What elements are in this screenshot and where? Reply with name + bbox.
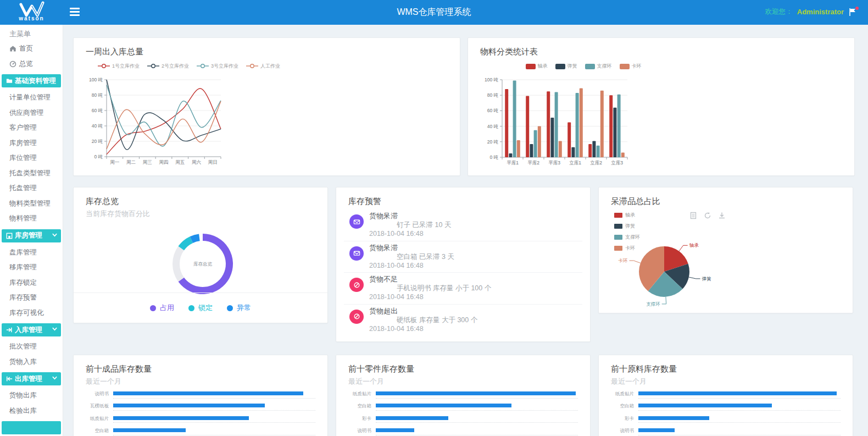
- envelope-icon: [349, 214, 364, 229]
- alert-desc: 硬纸板 库存量 大于 300 个: [397, 316, 477, 325]
- pie-callout-label-轴承: 轴承: [689, 242, 699, 248]
- alert-item-货物呆滞[interactable]: 货物呆滞空白箱 已呆滞 3 天2018-10-04 16:48: [344, 241, 582, 273]
- sidebar-group-partial[interactable]: [2, 421, 61, 434]
- card-top-finished: 前十成品库存数量 最近一个月 说明书瓦楞纸板纸质贴片空白箱: [73, 355, 328, 436]
- sidebar-item-货物入库[interactable]: 货物入库: [0, 355, 63, 370]
- data-view-icon[interactable]: [689, 212, 697, 219]
- sidebar-item-label: 库存预警: [9, 293, 37, 302]
- svg-text:80 吨: 80 吨: [487, 92, 499, 98]
- hbar-bar[interactable]: [638, 391, 837, 395]
- warehouse-icon: [6, 233, 13, 239]
- card-subtitle-top-raw: 最近一个月: [599, 374, 853, 387]
- sidebar-item-总览[interactable]: 总览: [0, 57, 63, 72]
- hbar-bar[interactable]: [376, 428, 414, 432]
- hbar-track: [113, 404, 315, 407]
- pie-legend-item-弹簧[interactable]: 弹簧: [614, 223, 640, 230]
- refresh-icon[interactable]: [704, 212, 711, 219]
- sidebar-group-基础资料管理[interactable]: 基础资料管理: [2, 74, 61, 87]
- pie-legend-marker: [614, 213, 622, 218]
- alert-item-货物呆滞[interactable]: 货物呆滞钉子 已呆滞 10 天2018-10-04 16:48: [344, 209, 582, 241]
- hbar-bar[interactable]: [376, 391, 576, 395]
- sidebar-item-客户管理[interactable]: 客户管理: [0, 120, 63, 136]
- alert-item-货物不足[interactable]: 货物不足手机说明书 库存量 小于 100 个2018-10-04 16:48: [344, 273, 582, 305]
- sidebar-item-移库管理[interactable]: 移库管理: [0, 260, 63, 275]
- sidebar-group-入库管理[interactable]: 入库管理: [2, 323, 61, 336]
- download-icon[interactable]: [718, 212, 726, 219]
- hbar-bar[interactable]: [113, 404, 265, 407]
- sidebar-item-盘库管理[interactable]: 盘库管理: [0, 245, 63, 261]
- sidebar-item-托盘类型管理[interactable]: 托盘类型管理: [0, 166, 63, 181]
- alert-timestamp: 2018-10-04 16:48: [369, 325, 424, 333]
- hbar-bar[interactable]: [113, 416, 249, 420]
- hbar-bar[interactable]: [638, 404, 772, 407]
- legend-item-2号立库作业[interactable]: 2号立库作业: [147, 63, 189, 70]
- legend-item-3号立库作业[interactable]: 3号立库作业: [197, 63, 238, 70]
- card-subtitle-top-parts: 最近一个月: [336, 374, 590, 387]
- sidebar-item-库存预警[interactable]: 库存预警: [0, 290, 63, 306]
- legend-item-1号立库作业[interactable]: 1号立库作业: [98, 63, 140, 70]
- pie-legend-item-轴承[interactable]: 轴承: [614, 212, 640, 219]
- sidebar-item-批次管理[interactable]: 批次管理: [0, 339, 63, 355]
- sidebar-group-库房管理[interactable]: 库房管理: [2, 229, 61, 242]
- legend-item-人工作业[interactable]: 人工作业: [246, 63, 280, 70]
- hbar-chart-raw: 纸质贴片空白箱彩卡说明书: [599, 389, 853, 436]
- donut-legend-item-锁定[interactable]: 锁定: [188, 303, 213, 313]
- donut-legend-item-占用[interactable]: 占用: [150, 303, 174, 313]
- alert-item-货物超出[interactable]: 货物超出硬纸板 库存量 大于 300 个2018-10-04 16:48: [344, 305, 582, 336]
- sidebar-item-计量单位管理[interactable]: 计量单位管理: [0, 90, 63, 106]
- hbar-label: 说明书: [76, 391, 109, 398]
- sidebar-group-label: 出库管理: [15, 374, 42, 384]
- sidebar-item-物料类型管理[interactable]: 物料类型管理: [0, 196, 63, 212]
- hbar-bar[interactable]: [638, 428, 675, 432]
- donut-legend-item-异常[interactable]: 异常: [227, 303, 251, 313]
- pie-legend-item-卡环[interactable]: 卡环: [614, 245, 640, 252]
- pie-legend-label: 卡环: [625, 245, 635, 252]
- outbound-icon: [6, 376, 13, 382]
- hbar-gridline: [113, 435, 315, 435]
- sidebar-item-label: 盘库管理: [9, 248, 37, 257]
- hbar-bar[interactable]: [638, 416, 709, 420]
- hbar-label: 说明书: [601, 428, 634, 434]
- card-title-material: 物料分类统计表: [468, 38, 854, 57]
- hbar-bar[interactable]: [376, 404, 511, 407]
- sidebar-item-物料管理[interactable]: 物料管理: [0, 211, 63, 227]
- svg-text:20 吨: 20 吨: [487, 139, 499, 145]
- pie-callout-label-弹簧: 弹簧: [702, 276, 712, 282]
- legend-item-卡环[interactable]: 卡环: [620, 63, 642, 70]
- legend-item-轴承[interactable]: 轴承: [526, 63, 548, 70]
- sidebar-item-检验出库[interactable]: 检验出库: [0, 404, 63, 419]
- hbar-bar[interactable]: [113, 428, 186, 432]
- sidebar-group-label: 库房管理: [15, 231, 42, 240]
- donut-legend-label: 异常: [237, 303, 251, 313]
- alert-timestamp: 2018-10-04 16:48: [369, 262, 424, 269]
- card-inventory-alerts: 库存预警 货物呆滞钉子 已呆滞 10 天2018-10-04 16:48货物呆滞…: [336, 187, 591, 342]
- username[interactable]: Administrator: [797, 8, 844, 16]
- welcome-label: 欢迎您：: [765, 7, 793, 16]
- sidebar-item-库位管理[interactable]: 库位管理: [0, 151, 63, 166]
- sidebar-item-托盘管理[interactable]: 托盘管理: [0, 181, 63, 196]
- alert-desc: 空白箱 已呆滞 3 天: [397, 252, 454, 262]
- svg-text:0 吨: 0 吨: [94, 154, 103, 159]
- sidebar-item-label: 库存可视化: [9, 308, 44, 318]
- pie-slice-弹簧: [664, 264, 689, 289]
- svg-text:周一: 周一: [110, 159, 119, 165]
- sidebar-group-出库管理[interactable]: 出库管理: [2, 372, 61, 385]
- notification-flag-icon[interactable]: [848, 8, 858, 16]
- legend-item-弹簧[interactable]: 弹簧: [555, 63, 577, 70]
- hbar-track: [638, 404, 841, 407]
- home-icon: [9, 45, 16, 52]
- hbar-bar[interactable]: [113, 391, 303, 395]
- sidebar-item-供应商管理[interactable]: 供应商管理: [0, 106, 63, 121]
- hbar-row-空白箱: 空白箱: [599, 401, 853, 413]
- legend-item-支撑环[interactable]: 支撑环: [585, 63, 612, 70]
- pie-legend-item-支撑环[interactable]: 支撑环: [614, 234, 640, 241]
- sidebar-item-库存可视化[interactable]: 库存可视化: [0, 306, 63, 321]
- pie-slice-轴承: [664, 246, 688, 272]
- sidebar-item-货物出库[interactable]: 货物出库: [0, 388, 63, 404]
- legend-label: 支撑环: [597, 63, 612, 70]
- hbar-bar[interactable]: [376, 416, 448, 420]
- sidebar-item-首页[interactable]: 首页: [0, 41, 63, 57]
- sidebar-item-label: 物料类型管理: [9, 199, 51, 208]
- sidebar-item-库存锁定[interactable]: 库存锁定: [0, 275, 63, 291]
- sidebar-item-库房管理[interactable]: 库房管理: [0, 136, 63, 151]
